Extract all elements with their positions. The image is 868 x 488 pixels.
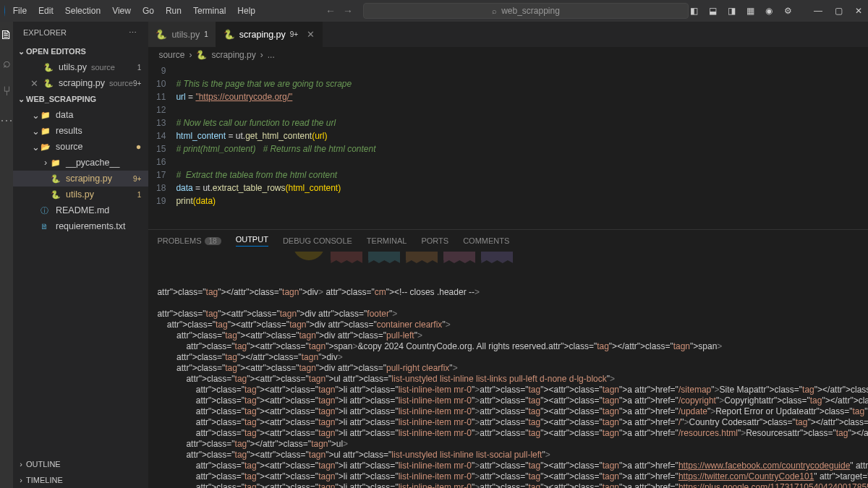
editor-tabs: 🐍utils.py1 🐍scraping.py9+✕ ▷ ⌄ ◨ ⋯ bbox=[148, 22, 868, 47]
close-icon[interactable]: ✕ bbox=[307, 29, 315, 40]
explorer-icon[interactable]: 🗎 bbox=[0, 27, 13, 43]
editor-area: 🐍utils.py1 🐍scraping.py9+✕ ▷ ⌄ ◨ ⋯ sourc… bbox=[148, 22, 868, 488]
project-label: WEB_SCRAPPING bbox=[26, 95, 96, 103]
file-tree: ⌄📁data ⌄📁results ⌄📂source● ›📁__pycache__… bbox=[13, 107, 148, 234]
more-icon[interactable]: ⋯ bbox=[0, 112, 13, 128]
gear-icon[interactable]: ⚙ bbox=[783, 6, 793, 16]
python-icon: 🐍 bbox=[43, 79, 55, 88]
problems-badge: 18 bbox=[205, 237, 221, 245]
python-icon: 🐍 bbox=[51, 174, 62, 184]
timeline-header[interactable]: ›TIMELINE bbox=[13, 472, 148, 488]
menu-help[interactable]: Help bbox=[232, 4, 260, 18]
file-requirements[interactable]: 🗎requierements.txt bbox=[13, 218, 148, 234]
crumb[interactable]: scraping.py bbox=[211, 50, 255, 60]
menu-file[interactable]: File bbox=[8, 4, 32, 18]
folder-label: __pycache__ bbox=[66, 158, 119, 168]
tab-terminal[interactable]: TERMINAL bbox=[367, 236, 407, 245]
output-body[interactable]: attr">class="tag"></attr">class="tagn">d… bbox=[148, 252, 868, 488]
file-label: scraping.py bbox=[66, 174, 112, 184]
folder-label: data bbox=[56, 110, 73, 120]
editor-utils[interactable]: 🐍 utils.py source 1 bbox=[13, 59, 148, 75]
chevron-right-icon: › bbox=[260, 50, 263, 60]
tab-label: scraping.py bbox=[239, 30, 286, 40]
folder-label: source bbox=[56, 142, 83, 152]
file-label: README.md bbox=[56, 205, 109, 215]
account-icon[interactable]: ◉ bbox=[764, 6, 774, 16]
source-control-icon[interactable]: ⑂ bbox=[3, 84, 11, 99]
menu-view[interactable]: View bbox=[107, 4, 136, 18]
minimize-icon[interactable]: — bbox=[813, 6, 823, 16]
menu-edit[interactable]: Edit bbox=[33, 4, 59, 18]
vscode-logo bbox=[4, 5, 5, 17]
close-icon[interactable]: ✕ bbox=[854, 6, 864, 16]
forward-icon[interactable]: → bbox=[343, 5, 353, 17]
layout-right-icon[interactable]: ◨ bbox=[726, 6, 736, 16]
search-icon[interactable]: ⌕ bbox=[3, 56, 11, 71]
outline-label: OUTLINE bbox=[26, 460, 61, 468]
back-icon[interactable]: ← bbox=[326, 5, 336, 17]
folder-source[interactable]: ⌄📂source● bbox=[13, 139, 148, 155]
tab-output[interactable]: OUTPUT bbox=[236, 235, 268, 247]
chevron-down-icon: ⌄ bbox=[30, 126, 41, 137]
nav-arrows: ← → bbox=[326, 5, 353, 17]
ghost-decoration bbox=[293, 252, 513, 260]
menu-selection[interactable]: Selection bbox=[60, 4, 106, 18]
file-label: requierements.txt bbox=[56, 221, 126, 231]
folder-pycache[interactable]: ›📁__pycache__ bbox=[13, 155, 148, 171]
file-readme[interactable]: ⓘREADME.md bbox=[13, 202, 148, 218]
crumb[interactable]: source bbox=[158, 50, 184, 60]
chevron-right-icon: › bbox=[189, 50, 192, 60]
folder-icon: 📁 bbox=[41, 111, 52, 120]
search-input[interactable]: ⌕ web_scrapping bbox=[363, 3, 689, 19]
open-editors-header[interactable]: ⌄ OPEN EDITORS bbox=[13, 43, 148, 59]
crumb[interactable]: ... bbox=[268, 50, 275, 60]
file-utils[interactable]: 🐍utils.py1 bbox=[13, 187, 148, 202]
tab-ports[interactable]: PORTS bbox=[421, 236, 448, 245]
file-label: utils.py bbox=[66, 189, 94, 200]
layout-bottom-icon[interactable]: ⬓ bbox=[707, 6, 718, 16]
editor-scraping[interactable]: ✕ 🐍 scraping.py source 9+ bbox=[13, 75, 148, 91]
tab-utils[interactable]: 🐍utils.py1 bbox=[148, 22, 216, 47]
tab-label: utils.py bbox=[171, 30, 200, 40]
python-icon: 🐍 bbox=[196, 50, 207, 60]
text-icon: 🗎 bbox=[41, 222, 52, 231]
explorer-title: EXPLORER bbox=[23, 28, 67, 37]
menu-terminal[interactable]: Terminal bbox=[188, 4, 231, 18]
folder-icon: 📁 bbox=[51, 158, 62, 168]
dir-label: source bbox=[91, 63, 115, 72]
folder-data[interactable]: ⌄📁data bbox=[13, 107, 148, 123]
layout-grid-icon[interactable]: ▦ bbox=[745, 6, 755, 16]
sidebar-bottom: ›OUTLINE ›TIMELINE bbox=[13, 456, 148, 488]
info-icon: ⓘ bbox=[41, 205, 52, 216]
tab-scraping[interactable]: 🐍scraping.py9+✕ bbox=[216, 22, 323, 47]
explorer-more-icon[interactable]: ⋯ bbox=[129, 28, 138, 38]
python-icon: 🐍 bbox=[43, 63, 55, 72]
layout-left-icon[interactable]: ◧ bbox=[689, 6, 699, 16]
badge: 1 bbox=[137, 191, 142, 199]
breadcrumb[interactable]: source› 🐍scraping.py› ... bbox=[148, 47, 868, 63]
file-scraping[interactable]: 🐍scraping.py9+ bbox=[13, 171, 148, 187]
outline-header[interactable]: ›OUTLINE bbox=[13, 456, 148, 472]
folder-results[interactable]: ⌄📁results bbox=[13, 123, 148, 139]
chevron-right-icon: › bbox=[16, 460, 26, 468]
dir-label: source bbox=[109, 79, 133, 87]
python-icon: 🐍 bbox=[51, 190, 62, 200]
titlebar: File Edit Selection View Go Run Terminal… bbox=[0, 0, 868, 22]
code-editor[interactable]: 910111213141516171819 # This is the page… bbox=[148, 63, 868, 229]
project-header[interactable]: ⌄ WEB_SCRAPPING bbox=[13, 91, 148, 107]
maximize-icon[interactable]: ▢ bbox=[833, 6, 843, 16]
tab-comments[interactable]: COMMENTS bbox=[463, 236, 509, 245]
main: 🗎 ⌕ ⑂ ⋯ EXPLORER ⋯ ⌄ OPEN EDITORS 🐍 util… bbox=[0, 22, 868, 488]
menu-go[interactable]: Go bbox=[137, 4, 159, 18]
tab-badge: 9+ bbox=[290, 30, 298, 38]
open-editors-label: OPEN EDITORS bbox=[26, 47, 86, 56]
chevron-down-icon: ⌄ bbox=[16, 47, 26, 56]
search-icon: ⌕ bbox=[492, 7, 497, 15]
menu-run[interactable]: Run bbox=[161, 4, 187, 18]
file-label: scraping.py bbox=[59, 78, 105, 88]
badge: 9+ bbox=[133, 175, 141, 183]
tab-debug[interactable]: DEBUG CONSOLE bbox=[283, 236, 352, 245]
code-content[interactable]: # This is the page that we are going to … bbox=[176, 63, 868, 229]
close-icon[interactable]: ✕ bbox=[30, 78, 42, 89]
tab-problems[interactable]: PROBLEMS18 bbox=[157, 236, 221, 245]
